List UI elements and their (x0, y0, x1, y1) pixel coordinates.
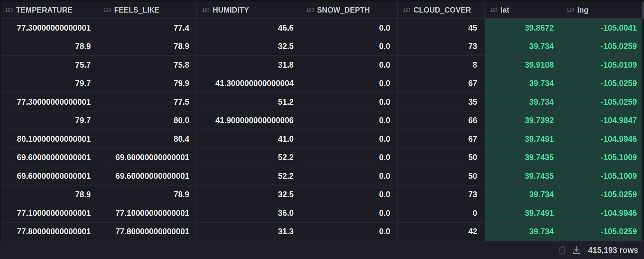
table-cell[interactable]: 51.2 (196, 92, 301, 111)
table-cell[interactable]: 77.4 (98, 18, 196, 37)
table-cell-highlighted[interactable]: -104.9946 (561, 130, 644, 148)
table-cell[interactable]: 79.7 (0, 74, 98, 93)
table-cell-highlighted[interactable]: -105.0259 (561, 92, 644, 111)
table-cell-highlighted[interactable]: 39.7491 (484, 204, 561, 222)
table-cell[interactable]: 0.0 (301, 18, 397, 37)
table-cell[interactable]: 41.300000000000004 (196, 74, 301, 93)
table-cell[interactable]: 77.80000000000001 (0, 222, 98, 241)
table-cell-highlighted[interactable]: 39.734 (484, 37, 561, 56)
table-cell-highlighted[interactable]: 39.734 (484, 74, 561, 93)
table-cell[interactable]: 77.30000000000001 (0, 18, 98, 37)
table-cell-highlighted[interactable]: -105.0109 (561, 55, 644, 74)
table-cell[interactable]: 67 (397, 130, 484, 148)
table-cell[interactable]: 75.8 (98, 55, 196, 74)
table-cell[interactable]: 77.30000000000001 (0, 92, 98, 111)
table-cell[interactable]: 8 (397, 55, 484, 74)
table-cell-highlighted[interactable]: 39.7491 (484, 130, 561, 148)
table-cell[interactable]: 77.5 (98, 92, 196, 111)
table-cell[interactable]: 77.10000000000001 (98, 204, 196, 222)
table-cell[interactable]: 45 (397, 18, 484, 37)
column-header-cloud_cover[interactable]: 123CLOUD_COVER (397, 2, 484, 18)
table-cell-highlighted[interactable]: -104.9847 (561, 111, 644, 130)
scrollbar-track[interactable] (642, 0, 644, 241)
table-cell[interactable]: 79.7 (0, 111, 98, 130)
table-cell-highlighted[interactable]: 39.7435 (484, 148, 561, 167)
table-cell-highlighted[interactable]: -105.0259 (561, 185, 644, 204)
table-cell-highlighted[interactable]: -105.0259 (561, 37, 644, 56)
table-cell[interactable]: 0.0 (301, 204, 397, 222)
table-cell[interactable]: 80.4 (98, 130, 196, 148)
table-cell[interactable]: 31.3 (196, 222, 301, 241)
column-header-lat[interactable]: 123lat (484, 2, 561, 18)
column-header-lng[interactable]: 123lng (561, 2, 644, 18)
table-cell-highlighted[interactable]: 39.7392 (484, 111, 561, 130)
numeric-type-icon: 123 (5, 7, 13, 12)
table-cell[interactable]: 0.0 (301, 222, 397, 241)
table-cell[interactable]: 75.7 (0, 55, 98, 74)
table-cell-highlighted[interactable]: 39.734 (484, 92, 561, 111)
table-cell[interactable]: 77.10000000000001 (0, 204, 98, 222)
table-cell-highlighted[interactable]: 39.9108 (484, 55, 561, 74)
table-cell-highlighted[interactable]: 39.734 (484, 222, 561, 241)
table-cell[interactable]: 35 (397, 92, 484, 111)
table-cell[interactable]: 52.2 (196, 148, 301, 167)
table-cell[interactable]: 73 (397, 185, 484, 204)
table-cell[interactable]: 32.5 (196, 185, 301, 204)
table-cell[interactable]: 0.0 (301, 111, 397, 130)
table-cell[interactable]: 69.60000000000001 (0, 167, 98, 185)
numeric-type-icon: 123 (490, 7, 497, 12)
table-cell[interactable]: 0.0 (301, 92, 397, 111)
table-cell-highlighted[interactable]: -105.0259 (561, 222, 644, 241)
table-cell-highlighted[interactable]: -105.1009 (561, 167, 644, 185)
table-cell[interactable]: 0.0 (301, 167, 397, 185)
table-cell-highlighted[interactable]: 39.7435 (484, 167, 561, 185)
table-cell-highlighted[interactable]: -105.0041 (561, 18, 644, 37)
table-cell[interactable]: 50 (397, 148, 484, 167)
table-cell[interactable]: 0.0 (301, 74, 397, 93)
column-header-label: TEMPERATURE (16, 6, 73, 14)
table-cell[interactable]: 42 (397, 222, 484, 241)
download-icon[interactable] (572, 245, 582, 255)
row-count: 415,193 rows (588, 245, 638, 255)
table-cell-highlighted[interactable]: 39.8672 (484, 18, 561, 37)
table-cell[interactable]: 46.6 (196, 18, 301, 37)
column-header-snow_depth[interactable]: 123SNOW_DEPTH (301, 2, 397, 18)
column-header-label: lat (501, 6, 509, 14)
table-cell[interactable]: 0.0 (301, 185, 397, 204)
table-cell[interactable]: 78.9 (98, 185, 196, 204)
table-cell[interactable]: 80.0 (98, 111, 196, 130)
table-cell[interactable]: 78.9 (98, 37, 196, 56)
table-cell[interactable]: 0.0 (301, 55, 397, 74)
table-cell-highlighted[interactable]: -104.9946 (561, 204, 644, 222)
table-cell[interactable]: 41.0 (196, 130, 301, 148)
table-cell[interactable]: 0 (397, 204, 484, 222)
table-cell[interactable]: 80.10000000000001 (0, 130, 98, 148)
table-cell-highlighted[interactable]: -105.1009 (561, 148, 644, 167)
table-cell[interactable]: 78.9 (0, 185, 98, 204)
table-cell[interactable]: 73 (397, 37, 484, 56)
column-header-feels_like[interactable]: 123FEELS_LIKE (98, 2, 196, 18)
table-cell[interactable]: 66 (397, 111, 484, 130)
table-cell[interactable]: 52.2 (196, 167, 301, 185)
table-cell[interactable]: 69.60000000000001 (0, 148, 98, 167)
table-cell-highlighted[interactable]: -105.0259 (561, 74, 644, 93)
table-cell-highlighted[interactable]: 39.734 (484, 185, 561, 204)
table-cell[interactable]: 0.0 (301, 37, 397, 56)
copy-to-clipboard-icon[interactable] (557, 245, 567, 255)
table-cell[interactable]: 36.0 (196, 204, 301, 222)
table-cell[interactable]: 69.60000000000001 (98, 148, 196, 167)
scrollbar-thumb[interactable] (642, 2, 644, 19)
table-cell[interactable]: 0.0 (301, 148, 397, 167)
column-header-temperature[interactable]: 123TEMPERATURE (0, 2, 98, 18)
table-cell[interactable]: 79.9 (98, 74, 196, 93)
table-cell[interactable]: 78.9 (0, 37, 98, 56)
table-cell[interactable]: 0.0 (301, 130, 397, 148)
table-cell[interactable]: 41.900000000000006 (196, 111, 301, 130)
table-cell[interactable]: 50 (397, 167, 484, 185)
column-header-humidity[interactable]: 123HUMIDITY (196, 2, 301, 18)
table-cell[interactable]: 77.80000000000001 (98, 222, 196, 241)
table-cell[interactable]: 32.5 (196, 37, 301, 56)
table-cell[interactable]: 69.60000000000001 (98, 167, 196, 185)
table-cell[interactable]: 31.8 (196, 55, 301, 74)
table-cell[interactable]: 67 (397, 74, 484, 93)
